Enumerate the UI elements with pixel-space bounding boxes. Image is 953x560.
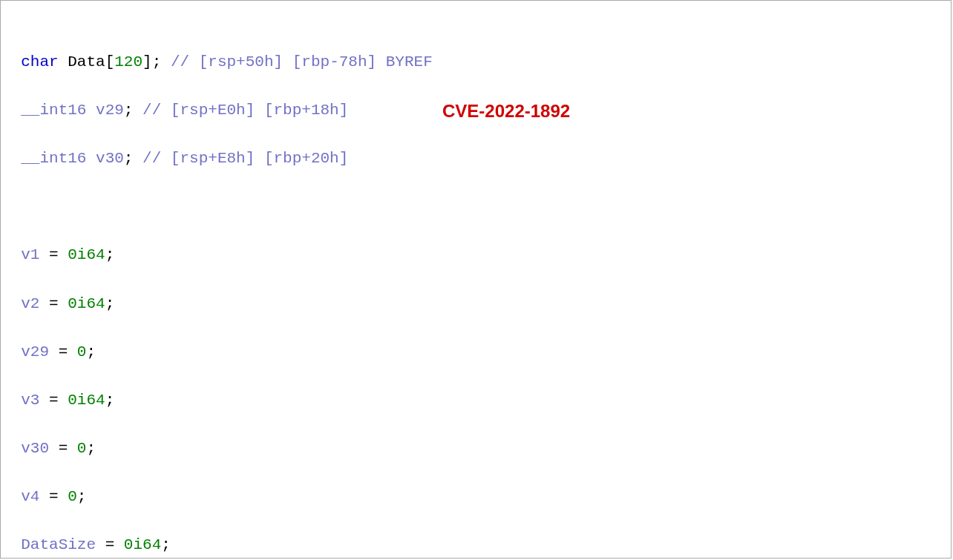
code-line-7: v29 = 0;: [2, 340, 951, 365]
code-line-9: v30 = 0;: [2, 437, 951, 461]
code-line-3: __int16 v30; // [rsp+E8h] [rbp+20h]: [2, 147, 951, 171]
code-line-5: v1 = 0i64;: [2, 243, 951, 268]
code-line-6: v2 = 0i64;: [2, 292, 951, 317]
cve-annotation: CVE-2022-1892: [442, 97, 570, 125]
code-line-10: v4 = 0;: [2, 485, 951, 510]
code-line-4: [2, 195, 951, 220]
code-block: CVE-2022-1892 char Data[120]; // [rsp+50…: [0, 0, 952, 559]
code-line-11: DataSize = 0i64;: [2, 533, 951, 558]
code-line-8: v3 = 0i64;: [2, 389, 951, 413]
code-line-1: char Data[120]; // [rsp+50h] [rbp-78h] B…: [2, 50, 951, 75]
